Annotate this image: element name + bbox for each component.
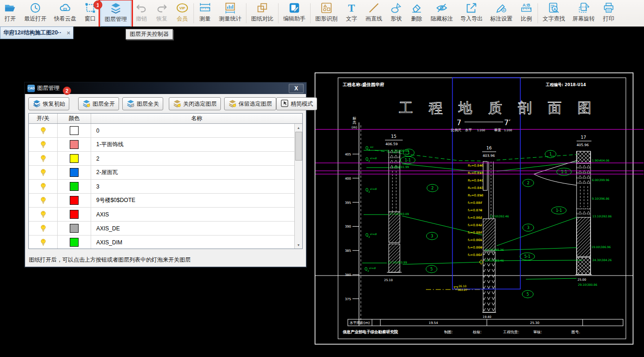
bulb-icon[interactable] [39, 127, 47, 135]
toolbar-item-vip[interactable]: VIP 会员 [172, 0, 193, 27]
toolbar-item-assistant[interactable]: 编辑助手 [279, 0, 309, 27]
line-icon [367, 1, 380, 14]
layer-table-header: 开/关 颜色 名称 [29, 114, 302, 124]
layer-color-swatch[interactable] [70, 168, 79, 177]
elevation-axis [359, 122, 361, 326]
tab-close-icon[interactable]: × [66, 29, 70, 36]
svg-text:17.50\393.09: 17.50\393.09 [390, 212, 409, 216]
open-icon [4, 1, 17, 14]
toolbar-item-label: 画直线 [365, 15, 382, 23]
toolbar-item-open[interactable]: 打开 [0, 0, 20, 27]
layer-color-swatch[interactable] [70, 224, 79, 233]
layer-color-swatch[interactable] [70, 126, 79, 135]
toolbar-item-stats[interactable]: 测量统计 [215, 0, 245, 27]
layer-row[interactable]: 3 [29, 180, 294, 194]
dialog-button-keepsel[interactable]: 保留选定图层 [224, 97, 276, 110]
toolbar-separator [538, 3, 538, 23]
bulb-icon[interactable] [39, 182, 47, 191]
dialog-titlebar[interactable]: CAD 图层管理 2 X [25, 82, 306, 94]
dialog-button-label: 精简模式 [291, 100, 313, 108]
svg-text:工程负责:: 工程负责: [503, 330, 519, 334]
layer-color-swatch[interactable] [70, 238, 79, 247]
dialog-hint-text: 图纸打开后，可以点击上方按钮或者图层列表中的灯泡来开关图层 [29, 256, 302, 264]
layer-color-swatch[interactable] [70, 210, 79, 219]
svg-text:标: 标 [352, 116, 356, 121]
dialog-title: 图层管理 [37, 84, 60, 92]
borehole-16-column [482, 162, 496, 312]
scroll-down-arrow[interactable]: ▼ [295, 241, 302, 249]
toolbar-item-print[interactable]: 打印 [598, 0, 619, 27]
bulb-icon[interactable] [39, 168, 47, 177]
dialog-button-closesel[interactable]: 关闭选定图层 [169, 97, 221, 110]
compare-icon [256, 1, 269, 14]
bulb-icon[interactable] [39, 224, 47, 233]
dialog-close-button[interactable]: X [289, 84, 304, 93]
toolbar-item-find[interactable]: A 文字查找 [539, 0, 569, 27]
bulb-icon[interactable] [39, 210, 47, 219]
layer-row[interactable]: 1-平面饰线 [29, 138, 294, 152]
toolbar-item-measure[interactable]: 测量 [195, 0, 215, 27]
toolbar-item-label: 窗口 [85, 15, 96, 23]
toolbar-item-undo[interactable]: 撤销 [131, 0, 152, 27]
toolbar-item-line[interactable]: 画直线 [362, 0, 386, 27]
dialog-button-label: 恢复初始 [43, 100, 65, 108]
closesel-icon [173, 99, 181, 109]
bulb-icon[interactable] [39, 155, 47, 163]
toolbar-item-erase[interactable]: 删除 [406, 0, 427, 27]
toolbar-item-export[interactable]: 导入导出 [457, 0, 486, 27]
svg-text:405.96: 405.96 [577, 143, 589, 147]
svg-text:13.10\392.86: 13.10\392.86 [592, 215, 612, 218]
layer-table: 开/关 颜色 名称 0 1-平面饰线 2 2-屋面瓦 3 9号楼$0$DOTE … [28, 113, 303, 249]
cad-canvas[interactable]: 工程名称:盛佳园华府工程编号: 2018-U14工程地质剖面图77′比例尺水平1… [314, 72, 644, 357]
bulb-icon[interactable] [39, 238, 47, 247]
svg-text:(m): (m) [352, 126, 358, 129]
cad-text-layer: 工程名称:盛佳园华府工程编号: 2018-U14工程地质剖面图77′比例尺水平1… [342, 82, 612, 334]
dialog-button-label: 关闭选定图层 [183, 100, 217, 108]
toolbar-item-text[interactable]: T 文字 [341, 0, 362, 27]
layer-name: AXIS [91, 208, 294, 221]
cad-drawing[interactable]: 工程名称:盛佳园华府工程编号: 2018-U14工程地质剖面图77′比例尺水平1… [314, 72, 644, 357]
scroll-thumb[interactable] [295, 132, 302, 161]
layer-row[interactable]: AXIS_DE [29, 222, 294, 236]
toolbar-item-window[interactable]: 窗口1 [80, 0, 100, 27]
layer-row[interactable]: AXIS [29, 208, 294, 222]
layer-color-swatch[interactable] [70, 196, 79, 205]
layer-row[interactable]: 0 [29, 124, 294, 138]
recent-icon [29, 1, 42, 14]
toolbar-item-recent[interactable]: 最近打开 [20, 0, 50, 27]
layer-row[interactable]: 2-屋面瓦 [29, 166, 294, 180]
layer-row[interactable]: AXIS_DIM [29, 236, 294, 249]
layer-manager-dialog: CAD 图层管理 2 X 恢复初始图层全开图层全关关闭选定图层保留选定图层精简模… [24, 82, 307, 268]
toolbar-item-compare[interactable]: 图纸对比 [247, 0, 277, 27]
toolbar-item-shape[interactable]: 形状 [386, 0, 406, 27]
scroll-up-arrow[interactable]: ▲ [295, 124, 302, 131]
dialog-button-alloff[interactable]: 图层全关 [122, 97, 163, 110]
table-scrollbar[interactable]: ▲ ▼ [294, 124, 302, 249]
svg-text:23.10\383.99: 23.10\383.99 [388, 261, 407, 264]
toolbar-item-cloud[interactable]: 快看云盘 [50, 0, 80, 27]
toolbar-item-annoset[interactable]: 标注设置 [486, 0, 516, 27]
toolbar-item-recognize[interactable]: 图形识别 [312, 0, 341, 27]
recognize-icon [320, 1, 333, 14]
layer-color-swatch[interactable] [70, 182, 79, 191]
toolbar-item-hide[interactable]: 隐藏标注 [427, 0, 457, 27]
bulb-icon[interactable] [39, 196, 47, 205]
document-tab[interactable]: 华府12#结构施工图20·· × [0, 27, 73, 39]
layer-row[interactable]: 2 [29, 152, 294, 166]
dialog-button-allon[interactable]: 图层全开 [78, 97, 119, 110]
bulb-icon[interactable] [39, 141, 47, 149]
toolbar-item-ratio[interactable]: A:B 比例 [516, 0, 537, 27]
toolbar-item-rotate[interactable]: 屏幕旋转 [569, 0, 598, 27]
undo-icon [135, 1, 148, 14]
svg-text:5-1: 5-1 [524, 255, 530, 259]
dialog-button-reset[interactable]: 恢复初始 [28, 97, 69, 110]
layer-row[interactable]: 9号楼$0$DOTE [29, 194, 294, 208]
layer-color-swatch[interactable] [70, 154, 79, 163]
svg-text:Q2el+dl: Q2el+dl [365, 267, 376, 272]
dialog-button-simple[interactable]: 精简模式 [276, 97, 317, 110]
toolbar-item-redo[interactable]: 恢复 [152, 0, 172, 27]
layer-color-swatch[interactable] [70, 140, 79, 149]
dialog-button-label: 图层全关 [137, 100, 159, 108]
toolbar-item-layers[interactable]: 图层管理 [100, 0, 131, 27]
shape-icon [390, 1, 403, 14]
